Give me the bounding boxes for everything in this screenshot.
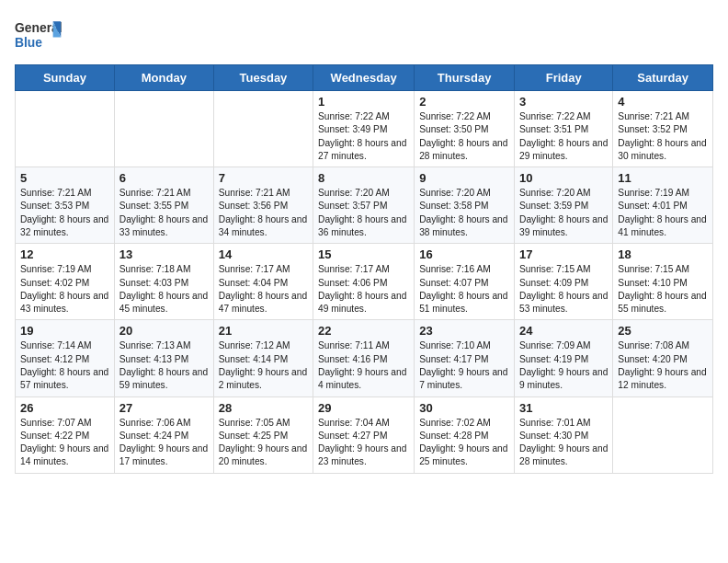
day-info: Sunrise: 7:20 AM Sunset: 3:59 PM Dayligh… [519, 187, 608, 239]
day-number: 27 [119, 401, 209, 415]
day-number: 22 [318, 324, 409, 338]
calendar-week-row: 19Sunrise: 7:14 AM Sunset: 4:12 PM Dayli… [16, 320, 713, 396]
day-number: 17 [519, 247, 608, 261]
calendar-cell: 8Sunrise: 7:20 AM Sunset: 3:57 PM Daylig… [313, 167, 415, 244]
day-of-week-header: Thursday [415, 65, 515, 91]
day-info: Sunrise: 7:19 AM Sunset: 4:02 PM Dayligh… [20, 263, 109, 316]
day-number: 1 [318, 95, 409, 109]
day-info: Sunrise: 7:13 AM Sunset: 4:13 PM Dayligh… [119, 339, 209, 392]
day-number: 16 [419, 247, 509, 261]
day-number: 26 [20, 401, 109, 415]
calendar-table: SundayMondayTuesdayWednesdayThursdayFrid… [15, 64, 713, 474]
day-info: Sunrise: 7:14 AM Sunset: 4:12 PM Dayligh… [20, 339, 109, 392]
calendar-cell: 31Sunrise: 7:01 AM Sunset: 4:30 PM Dayli… [515, 396, 613, 473]
day-of-week-header: Monday [114, 65, 213, 91]
day-number: 5 [20, 171, 109, 185]
calendar-cell: 26Sunrise: 7:07 AM Sunset: 4:22 PM Dayli… [16, 396, 115, 473]
day-number: 13 [119, 247, 209, 261]
day-info: Sunrise: 7:22 AM Sunset: 3:50 PM Dayligh… [419, 110, 509, 163]
day-info: Sunrise: 7:20 AM Sunset: 3:58 PM Dayligh… [419, 187, 509, 239]
day-info: Sunrise: 7:21 AM Sunset: 3:55 PM Dayligh… [119, 187, 209, 239]
day-number: 31 [519, 401, 608, 415]
calendar-cell: 21Sunrise: 7:12 AM Sunset: 4:14 PM Dayli… [213, 320, 313, 396]
day-number: 28 [219, 401, 308, 415]
generalblue-logo-icon: General Blue [15, 15, 63, 53]
day-info: Sunrise: 7:22 AM Sunset: 3:51 PM Dayligh… [519, 110, 608, 163]
svg-text:Blue: Blue [15, 35, 42, 50]
day-number: 20 [119, 324, 209, 338]
day-info: Sunrise: 7:19 AM Sunset: 4:01 PM Dayligh… [618, 187, 708, 239]
calendar-cell: 20Sunrise: 7:13 AM Sunset: 4:13 PM Dayli… [114, 320, 213, 396]
day-number: 21 [219, 324, 308, 338]
calendar-cell: 14Sunrise: 7:17 AM Sunset: 4:04 PM Dayli… [213, 244, 313, 320]
day-info: Sunrise: 7:18 AM Sunset: 4:03 PM Dayligh… [119, 263, 209, 316]
calendar-cell: 13Sunrise: 7:18 AM Sunset: 4:03 PM Dayli… [114, 244, 213, 320]
logo: General Blue [15, 15, 63, 53]
day-number: 12 [20, 247, 109, 261]
day-number: 3 [519, 95, 608, 109]
day-info: Sunrise: 7:22 AM Sunset: 3:49 PM Dayligh… [318, 110, 409, 163]
day-info: Sunrise: 7:21 AM Sunset: 3:53 PM Dayligh… [20, 187, 109, 239]
day-of-week-header: Tuesday [213, 65, 313, 91]
calendar-cell: 28Sunrise: 7:05 AM Sunset: 4:25 PM Dayli… [213, 396, 313, 473]
day-number: 4 [618, 95, 708, 109]
calendar-cell [613, 396, 713, 473]
calendar-cell: 22Sunrise: 7:11 AM Sunset: 4:16 PM Dayli… [313, 320, 415, 396]
calendar-cell [114, 91, 213, 167]
day-info: Sunrise: 7:21 AM Sunset: 3:56 PM Dayligh… [219, 187, 308, 239]
day-number: 10 [519, 171, 608, 185]
calendar-cell: 16Sunrise: 7:16 AM Sunset: 4:07 PM Dayli… [415, 244, 515, 320]
calendar-cell [213, 91, 313, 167]
day-info: Sunrise: 7:10 AM Sunset: 4:17 PM Dayligh… [419, 339, 509, 392]
day-of-week-header: Saturday [613, 65, 713, 91]
calendar-week-row: 1Sunrise: 7:22 AM Sunset: 3:49 PM Daylig… [16, 91, 713, 167]
calendar-week-row: 26Sunrise: 7:07 AM Sunset: 4:22 PM Dayli… [16, 396, 713, 473]
calendar-cell: 5Sunrise: 7:21 AM Sunset: 3:53 PM Daylig… [16, 167, 115, 244]
calendar-cell: 18Sunrise: 7:15 AM Sunset: 4:10 PM Dayli… [613, 244, 713, 320]
calendar-cell: 29Sunrise: 7:04 AM Sunset: 4:27 PM Dayli… [313, 396, 415, 473]
day-number: 29 [318, 401, 409, 415]
day-info: Sunrise: 7:07 AM Sunset: 4:22 PM Dayligh… [20, 417, 109, 469]
day-number: 9 [419, 171, 509, 185]
day-number: 8 [318, 171, 409, 185]
calendar-week-row: 12Sunrise: 7:19 AM Sunset: 4:02 PM Dayli… [16, 244, 713, 320]
calendar-cell: 17Sunrise: 7:15 AM Sunset: 4:09 PM Dayli… [515, 244, 613, 320]
day-info: Sunrise: 7:12 AM Sunset: 4:14 PM Dayligh… [219, 339, 308, 392]
calendar-cell: 6Sunrise: 7:21 AM Sunset: 3:55 PM Daylig… [114, 167, 213, 244]
day-info: Sunrise: 7:04 AM Sunset: 4:27 PM Dayligh… [318, 417, 409, 469]
day-number: 23 [419, 324, 509, 338]
day-number: 25 [618, 324, 708, 338]
calendar-cell [16, 91, 115, 167]
day-info: Sunrise: 7:09 AM Sunset: 4:19 PM Dayligh… [519, 339, 608, 392]
day-of-week-header: Sunday [16, 65, 115, 91]
day-info: Sunrise: 7:08 AM Sunset: 4:20 PM Dayligh… [618, 339, 708, 392]
day-info: Sunrise: 7:06 AM Sunset: 4:24 PM Dayligh… [119, 417, 209, 469]
calendar-week-row: 5Sunrise: 7:21 AM Sunset: 3:53 PM Daylig… [16, 167, 713, 244]
day-number: 14 [219, 247, 308, 261]
calendar-cell: 1Sunrise: 7:22 AM Sunset: 3:49 PM Daylig… [313, 91, 415, 167]
day-number: 11 [618, 171, 708, 185]
calendar-cell: 19Sunrise: 7:14 AM Sunset: 4:12 PM Dayli… [16, 320, 115, 396]
day-info: Sunrise: 7:11 AM Sunset: 4:16 PM Dayligh… [318, 339, 409, 392]
day-number: 30 [419, 401, 509, 415]
calendar-cell: 10Sunrise: 7:20 AM Sunset: 3:59 PM Dayli… [515, 167, 613, 244]
calendar-cell: 4Sunrise: 7:21 AM Sunset: 3:52 PM Daylig… [613, 91, 713, 167]
calendar-cell: 7Sunrise: 7:21 AM Sunset: 3:56 PM Daylig… [213, 167, 313, 244]
calendar-cell: 23Sunrise: 7:10 AM Sunset: 4:17 PM Dayli… [415, 320, 515, 396]
calendar-cell: 24Sunrise: 7:09 AM Sunset: 4:19 PM Dayli… [515, 320, 613, 396]
day-info: Sunrise: 7:02 AM Sunset: 4:28 PM Dayligh… [419, 417, 509, 469]
day-number: 6 [119, 171, 209, 185]
calendar-cell: 2Sunrise: 7:22 AM Sunset: 3:50 PM Daylig… [415, 91, 515, 167]
day-number: 15 [318, 247, 409, 261]
calendar-cell: 3Sunrise: 7:22 AM Sunset: 3:51 PM Daylig… [515, 91, 613, 167]
calendar-cell: 11Sunrise: 7:19 AM Sunset: 4:01 PM Dayli… [613, 167, 713, 244]
day-info: Sunrise: 7:15 AM Sunset: 4:10 PM Dayligh… [618, 263, 708, 316]
day-number: 7 [219, 171, 308, 185]
calendar-cell: 25Sunrise: 7:08 AM Sunset: 4:20 PM Dayli… [613, 320, 713, 396]
day-of-week-header: Wednesday [313, 65, 415, 91]
day-info: Sunrise: 7:01 AM Sunset: 4:30 PM Dayligh… [519, 417, 608, 469]
day-info: Sunrise: 7:15 AM Sunset: 4:09 PM Dayligh… [519, 263, 608, 316]
day-info: Sunrise: 7:16 AM Sunset: 4:07 PM Dayligh… [419, 263, 509, 316]
day-number: 19 [20, 324, 109, 338]
calendar-cell: 30Sunrise: 7:02 AM Sunset: 4:28 PM Dayli… [415, 396, 515, 473]
